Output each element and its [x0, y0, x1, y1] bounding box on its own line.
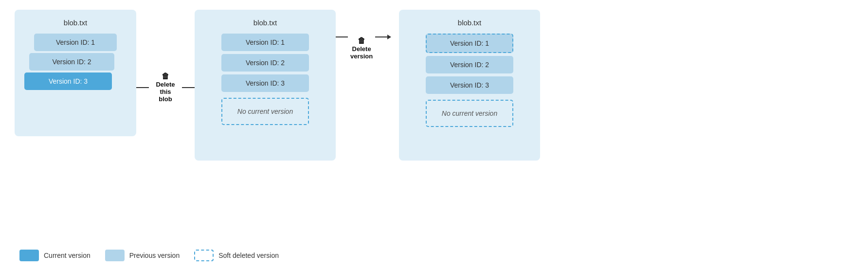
panel1: blob.txt Version ID: 1 Version ID: 2 Ver…: [15, 10, 136, 136]
legend-current-label: Current version: [44, 252, 90, 259]
panel3-title: blob.txt: [458, 18, 481, 27]
panel3-no-current: No current version: [426, 100, 513, 127]
legend: Current version Previous version Soft de…: [15, 250, 853, 261]
panel1-stack: Version ID: 1 Version ID: 2 Version ID: …: [24, 34, 127, 116]
panel3-versions: Version ID: 1 Version ID: 2 Version ID: …: [426, 34, 513, 127]
panel2-version-1: Version ID: 1: [221, 34, 309, 51]
panel2-version-3: Version ID: 3: [221, 74, 309, 92]
trash-icon-1: 🗑: [162, 72, 169, 81]
panel1-version-2: Version ID: 2: [29, 53, 114, 71]
legend-soft-deleted: Soft deleted version: [194, 250, 279, 261]
conn2-text2: version: [350, 53, 373, 60]
panel2-title: blob.txt: [253, 18, 277, 27]
conn1-line-right: [182, 87, 195, 88]
conn1-text1: Delete this: [151, 81, 180, 95]
panel3-version-1: Version ID: 1: [426, 34, 513, 53]
main-container: blob.txt Version ID: 1 Version ID: 2 Ver…: [0, 0, 868, 271]
panel1-title: blob.txt: [64, 18, 87, 27]
connector2: 🗑 Delete version: [336, 36, 399, 60]
conn1-line-left: [136, 87, 149, 88]
legend-previous-label: Previous version: [129, 252, 180, 259]
legend-soft-deleted-box: [194, 250, 214, 261]
conn1-label: 🗑 Delete this blob: [151, 72, 180, 103]
panel1-version-3: Version ID: 3: [24, 72, 112, 90]
panel2-no-current: No current version: [221, 98, 309, 125]
legend-soft-deleted-label: Soft deleted version: [218, 252, 279, 259]
conn2-arrowhead: [387, 35, 391, 39]
conn2-label: 🗑 Delete version: [350, 36, 373, 60]
legend-current-box: [19, 250, 39, 261]
legend-current: Current version: [19, 250, 90, 261]
diagrams-row: blob.txt Version ID: 1 Version ID: 2 Ver…: [15, 10, 853, 242]
connector1: 🗑 Delete this blob: [136, 72, 195, 103]
legend-previous-box: [105, 250, 125, 261]
panel3-version-2: Version ID: 2: [426, 56, 513, 73]
conn2-line-right: [375, 36, 387, 37]
panel3: blob.txt Version ID: 1 Version ID: 2 Ver…: [399, 10, 540, 161]
panel2-version-2: Version ID: 2: [221, 54, 309, 72]
legend-previous: Previous version: [105, 250, 180, 261]
conn1-text2: blob: [159, 95, 172, 103]
panel1-version-1: Version ID: 1: [34, 34, 117, 51]
trash-icon-2: 🗑: [358, 36, 365, 45]
conn2-line-left: [336, 36, 348, 37]
conn2-text1: Delete: [352, 45, 371, 53]
panel3-version-3: Version ID: 3: [426, 76, 513, 94]
panel2-versions: Version ID: 1 Version ID: 2 Version ID: …: [221, 34, 309, 125]
panel2: blob.txt Version ID: 1 Version ID: 2 Ver…: [195, 10, 336, 161]
